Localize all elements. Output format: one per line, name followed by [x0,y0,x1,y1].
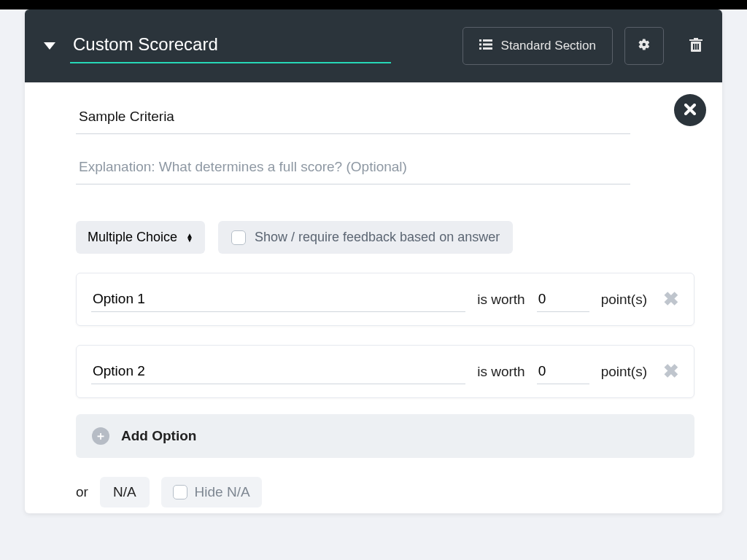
svg-marker-0 [44,42,55,50]
remove-option-button[interactable]: ✖ [663,360,679,383]
option-points-input[interactable] [537,287,589,312]
svg-rect-8 [689,39,703,41]
card-header: Standard Section [25,9,722,82]
na-row: or N/A Hide N/A [76,477,696,508]
standard-section-label: Standard Section [501,39,596,53]
criteria-explanation-input[interactable] [76,150,630,184]
svg-rect-1 [479,39,481,42]
is-worth-label: is worth [477,292,525,308]
svg-rect-3 [479,44,481,46]
caret-down-icon [44,39,55,52]
points-unit-label: point(s) [601,364,647,380]
option-points-input[interactable] [537,359,589,384]
svg-rect-9 [694,38,698,39]
hide-na-label: Hide N/A [195,484,250,500]
section-title-input[interactable] [70,28,391,63]
add-option-label: Add Option [121,428,196,444]
trash-icon [689,38,703,55]
svg-rect-6 [483,47,492,50]
plus-circle-icon: ＋ [92,427,109,445]
gear-icon [638,38,651,55]
svg-rect-11 [695,44,697,50]
hide-na-checkbox[interactable] [173,485,187,499]
feedback-toggle-label: Show / require feedback based on answer [255,230,500,245]
svg-rect-10 [693,44,694,50]
or-label: or [76,484,88,500]
is-worth-label: is worth [477,364,525,380]
add-option-button[interactable]: ＋ Add Option [76,414,694,458]
option-label-input[interactable] [91,287,465,312]
option-label-input[interactable] [91,359,465,384]
hide-na-toggle[interactable]: Hide N/A [161,477,262,508]
option-row: is worth point(s) ✖ [76,345,694,398]
section-settings-button[interactable] [624,27,664,65]
question-type-label: Multiple Choice [88,230,177,245]
remove-option-button[interactable]: ✖ [663,288,679,311]
svg-rect-5 [479,47,481,50]
collapse-toggle[interactable] [41,39,58,52]
svg-rect-12 [697,44,699,50]
na-chip[interactable]: N/A [100,477,150,508]
criteria-name-input[interactable] [76,100,630,134]
list-icon [479,39,492,53]
scorecard-card: Standard Section [25,9,722,513]
close-icon: ✖ [663,360,679,382]
svg-rect-2 [483,39,492,42]
option-row: is worth point(s) ✖ [76,273,694,326]
standard-section-button[interactable]: Standard Section [462,27,613,65]
delete-section-button[interactable] [681,31,711,61]
card-body: Multiple Choice ▲▼ Show / require feedba… [25,82,722,513]
close-icon: ✖ [663,288,679,310]
remove-criteria-button[interactable] [674,94,706,126]
question-type-select[interactable]: Multiple Choice ▲▼ [76,221,205,254]
updown-icon: ▲▼ [186,233,193,242]
svg-rect-4 [483,44,492,46]
close-icon [684,102,696,119]
feedback-checkbox[interactable] [231,230,246,245]
feedback-toggle[interactable]: Show / require feedback based on answer [218,221,513,254]
points-unit-label: point(s) [601,292,647,308]
